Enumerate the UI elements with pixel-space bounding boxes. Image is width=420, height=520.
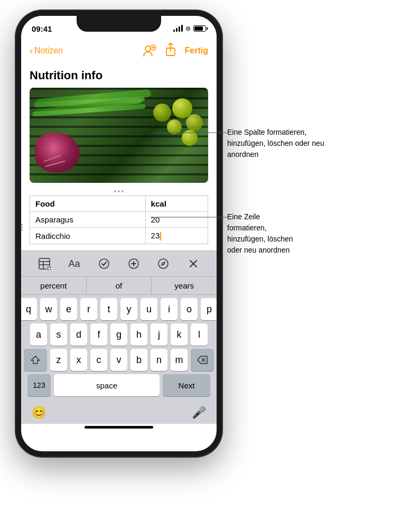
key-j[interactable]: j xyxy=(151,323,167,346)
notch xyxy=(77,16,161,32)
status-time: 09:41 xyxy=(32,24,52,33)
note-title: Nutrition info xyxy=(30,69,208,82)
home-indicator xyxy=(85,426,153,429)
key-b[interactable]: b xyxy=(130,349,147,371)
done-button[interactable]: Fertig xyxy=(185,46,208,55)
key-g[interactable]: g xyxy=(110,323,127,346)
key-q[interactable]: q xyxy=(20,298,37,320)
backspace-key[interactable] xyxy=(191,349,214,371)
chevron-left-icon: ‹ xyxy=(30,45,33,57)
key-e[interactable]: e xyxy=(60,298,77,320)
key-x[interactable]: x xyxy=(70,349,87,371)
svg-marker-21 xyxy=(31,356,40,364)
add-collaborator-button[interactable] xyxy=(142,43,156,58)
checklist-button[interactable] xyxy=(95,254,114,273)
key-m[interactable]: m xyxy=(171,349,188,371)
keyboard-row-1: q w e r t y u i o p xyxy=(23,298,214,320)
key-i[interactable]: i xyxy=(161,298,178,320)
table-header-kcal: kcal xyxy=(145,196,208,212)
bottom-bar: 😊 🎤 xyxy=(21,402,217,424)
key-t[interactable]: t xyxy=(100,298,117,320)
table-cell-food-1[interactable]: Asparagus xyxy=(30,212,146,228)
mic-button[interactable]: 🎤 xyxy=(192,406,206,420)
suggestion-of[interactable]: of xyxy=(87,277,152,294)
key-w[interactable]: w xyxy=(40,298,57,320)
col-callout-text: Eine Spalte formatieren, hinzufügen, lös… xyxy=(227,127,333,160)
table-header-row: Food kcal xyxy=(30,196,208,212)
keyboard-close-button[interactable] xyxy=(184,254,203,273)
key-y[interactable]: y xyxy=(120,298,137,320)
table-row[interactable]: Asparagus 20 xyxy=(30,212,208,228)
key-u[interactable]: u xyxy=(141,298,157,320)
key-r[interactable]: r xyxy=(80,298,97,320)
note-table-wrapper: Food kcal Asparagus 20 Radicchio 23 xyxy=(30,196,208,244)
wifi-icon: ⊛ xyxy=(185,25,191,32)
battery-icon xyxy=(193,25,206,32)
nav-right-icons: Fertig xyxy=(142,43,208,59)
text-cursor xyxy=(160,232,161,240)
table-row[interactable]: Radicchio 23 xyxy=(30,228,208,244)
keyboard-suggestions: percent of years xyxy=(21,276,217,295)
phone-frame: 09:41 ⊛ ‹ Notizen xyxy=(16,11,222,457)
status-icons: ⊛ xyxy=(173,25,206,32)
keyboard-row-4: 123 space Next xyxy=(23,374,214,396)
food-image xyxy=(30,88,208,183)
text-format-button[interactable]: Aa xyxy=(64,254,83,273)
table-cell-kcal-1[interactable]: 20 xyxy=(145,212,208,228)
key-v[interactable]: v xyxy=(110,349,127,371)
space-key[interactable]: space xyxy=(54,374,160,396)
row-drag-handle[interactable] xyxy=(20,222,24,233)
nav-bar: ‹ Notizen Fe xyxy=(21,39,217,62)
table-header-food: Food xyxy=(30,196,146,212)
numbers-key[interactable]: 123 xyxy=(27,374,51,396)
svg-line-18 xyxy=(163,264,164,264)
keyboard-toolbar: Aa xyxy=(21,250,217,276)
keyboard-row-3: z x c v b n m xyxy=(23,349,214,371)
key-k[interactable]: k xyxy=(171,323,188,346)
table-cell-kcal-2[interactable]: 23 xyxy=(145,228,208,244)
shift-key[interactable] xyxy=(24,349,47,371)
keyboard-row-2: a s d f g h j k l xyxy=(23,323,214,346)
key-f[interactable]: f xyxy=(90,323,107,346)
suggestion-years[interactable]: years xyxy=(152,277,217,294)
note-content: Nutrition info xyxy=(21,62,217,250)
share-button[interactable] xyxy=(165,43,176,59)
key-h[interactable]: h xyxy=(130,323,147,346)
back-label: Notizen xyxy=(34,46,63,55)
table-format-button[interactable] xyxy=(35,254,54,273)
column-drag-handle[interactable] xyxy=(30,187,208,196)
key-n[interactable]: n xyxy=(151,349,167,371)
row-callout: Eine Zeileformatieren,hinzufügen, lösche… xyxy=(227,211,293,256)
key-d[interactable]: d xyxy=(70,323,87,346)
row-callout-text: Eine Zeileformatieren,hinzufügen, lösche… xyxy=(227,211,293,256)
suggestion-percent[interactable]: percent xyxy=(21,277,87,294)
key-l[interactable]: l xyxy=(191,323,208,346)
next-key[interactable]: Next xyxy=(163,374,210,396)
key-o[interactable]: o xyxy=(181,298,198,320)
insert-button[interactable] xyxy=(124,254,143,273)
svg-point-13 xyxy=(99,259,109,268)
key-p[interactable]: p xyxy=(201,298,218,320)
table-cell-food-2[interactable]: Radicchio xyxy=(30,228,146,244)
key-z[interactable]: z xyxy=(50,349,67,371)
key-s[interactable]: s xyxy=(50,323,67,346)
key-c[interactable]: c xyxy=(90,349,107,371)
svg-point-0 xyxy=(145,46,151,51)
handwriting-button[interactable] xyxy=(154,254,173,273)
keyboard: q w e r t y u i o p a s d f g h j k l xyxy=(21,295,217,402)
back-button[interactable]: ‹ Notizen xyxy=(30,45,63,57)
emoji-button[interactable]: 😊 xyxy=(32,406,46,420)
nutrition-table: Food kcal Asparagus 20 Radicchio 23 xyxy=(30,196,208,244)
key-a[interactable]: a xyxy=(30,323,47,346)
col-callout: Eine Spalte formatieren, hinzufügen, lös… xyxy=(227,127,333,160)
signal-icon xyxy=(173,25,183,32)
